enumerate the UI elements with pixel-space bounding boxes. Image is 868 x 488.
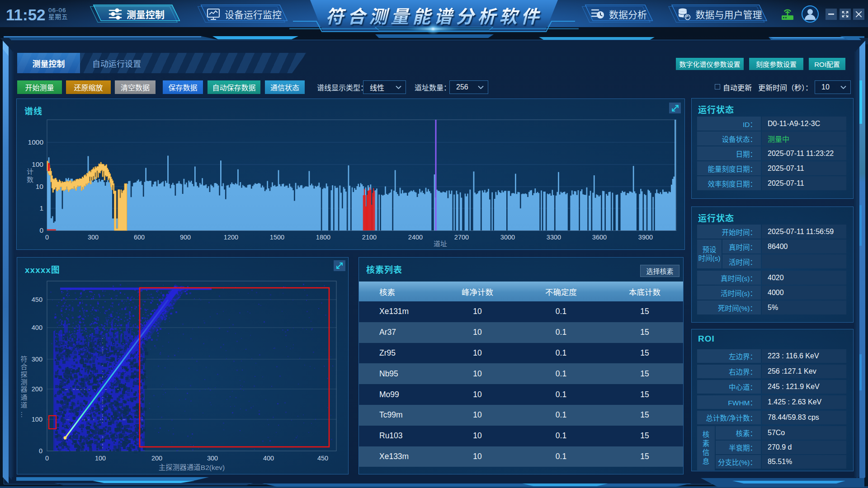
svg-text:300: 300 bbox=[32, 356, 42, 363]
svg-text:200: 200 bbox=[151, 455, 162, 462]
svg-text:600: 600 bbox=[134, 234, 145, 241]
svg-text:200: 200 bbox=[32, 385, 42, 393]
svg-text:0: 0 bbox=[45, 455, 49, 462]
svg-text:2400: 2400 bbox=[408, 234, 423, 241]
svg-text:计: 计 bbox=[27, 168, 33, 175]
svg-text:1800: 1800 bbox=[316, 234, 330, 241]
svg-text:300: 300 bbox=[207, 455, 218, 462]
svg-text:2700: 2700 bbox=[454, 234, 469, 241]
svg-text:道址: 道址 bbox=[434, 240, 447, 248]
svg-text:1500: 1500 bbox=[270, 234, 284, 241]
svg-text:1: 1 bbox=[39, 204, 43, 212]
svg-text:3000: 3000 bbox=[500, 234, 515, 241]
svg-text:100: 100 bbox=[32, 416, 42, 423]
svg-text:符合探测器通道: 符合探测器通道 bbox=[20, 355, 28, 409]
svg-text:450: 450 bbox=[317, 455, 328, 462]
svg-text:数: 数 bbox=[27, 176, 33, 183]
svg-text:300: 300 bbox=[88, 234, 99, 241]
svg-text:主探测器通道B2(kev): 主探测器通道B2(kev) bbox=[159, 464, 225, 471]
svg-text:1200: 1200 bbox=[224, 234, 238, 241]
svg-text:100: 100 bbox=[95, 455, 106, 462]
svg-text:400: 400 bbox=[263, 455, 274, 462]
svg-text:2100: 2100 bbox=[362, 234, 377, 241]
svg-text:400: 400 bbox=[32, 324, 42, 331]
svg-text:450: 450 bbox=[32, 296, 42, 303]
svg-text:0: 0 bbox=[39, 226, 43, 234]
svg-text:1000: 1000 bbox=[28, 138, 44, 146]
svg-text:3300: 3300 bbox=[547, 234, 561, 241]
svg-text:100: 100 bbox=[32, 160, 43, 168]
svg-text:…: … bbox=[20, 411, 28, 418]
svg-text:0: 0 bbox=[45, 234, 49, 241]
svg-text:0: 0 bbox=[39, 447, 42, 455]
svg-text:10: 10 bbox=[36, 183, 44, 190]
svg-text:900: 900 bbox=[180, 234, 191, 241]
svg-text:3900: 3900 bbox=[638, 234, 653, 241]
svg-text:3600: 3600 bbox=[592, 234, 607, 241]
